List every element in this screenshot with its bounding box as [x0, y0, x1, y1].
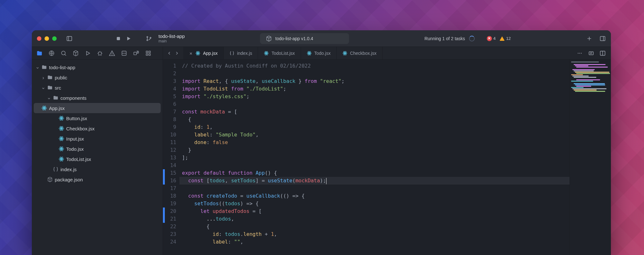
folder-icon [47, 85, 53, 91]
code-line[interactable] [179, 162, 570, 169]
tab-todo-jsx[interactable]: Todo.jsx [301, 47, 337, 59]
nav-forward-icon[interactable] [174, 51, 179, 56]
code-line[interactable]: setTodos((todos) => { [179, 200, 570, 208]
code-line[interactable]: label: "Sample Todo", [179, 131, 570, 139]
globe-icon[interactable] [48, 50, 55, 56]
warning-count: 12 [506, 36, 511, 41]
tree-item-checkbox-jsx[interactable]: Checkbox.jsx [32, 123, 163, 134]
warnings-badge[interactable]: 12 [500, 36, 511, 41]
code-line[interactable]: import React, { useState, useCallback } … [179, 77, 570, 85]
chevron-down-icon [47, 96, 51, 100]
close-icon[interactable] [189, 51, 193, 55]
tree-item-src[interactable]: src [32, 83, 163, 93]
tree-item-index-js[interactable]: index.js [32, 164, 163, 174]
code-line[interactable]: ...todos, [179, 215, 570, 223]
close-window-button[interactable] [37, 36, 41, 41]
code-line[interactable] [179, 100, 570, 108]
svg-point-6 [150, 37, 151, 38]
zoom-window-button[interactable] [52, 36, 57, 41]
tree-label: App.jsx [49, 106, 65, 111]
build-target-pill[interactable]: todo-list-app v1.0.4 [260, 33, 349, 44]
more-icon[interactable] [577, 50, 583, 56]
warnings-tab-icon[interactable] [109, 50, 115, 56]
code-line[interactable]: done: false [179, 139, 570, 146]
minimap[interactable] [570, 60, 611, 255]
code-line[interactable]: label: "", [179, 238, 570, 246]
code-editor[interactable]: 123456789101112131415161718192021222324 … [163, 60, 570, 255]
code-line[interactable] [179, 70, 570, 77]
tree-item-input-jsx[interactable]: Input.jsx [32, 134, 163, 144]
files-tab-icon[interactable] [36, 50, 43, 56]
tree-root[interactable]: todo-list-app [32, 62, 163, 72]
code-line[interactable]: id: 1, [179, 123, 570, 131]
code-line[interactable]: let updatedTodos = [ [179, 208, 570, 215]
svg-point-59 [309, 53, 310, 54]
split-editor-icon[interactable] [599, 50, 606, 56]
svg-point-51 [198, 53, 199, 54]
project-title[interactable]: todo-list-app main [158, 33, 185, 43]
error-icon: ✕ [487, 36, 492, 41]
code-line[interactable] [179, 185, 570, 192]
search-icon[interactable] [60, 50, 67, 56]
play-button-icon[interactable] [125, 35, 132, 42]
tab-label: Checkbox.jsx [350, 51, 376, 56]
chevron-right-icon [41, 76, 45, 79]
tree-item-todolist-jsx[interactable]: TodoList.jsx [32, 154, 163, 164]
branch-icon[interactable] [146, 35, 152, 42]
extensions-icon[interactable] [133, 50, 139, 56]
layout-icon[interactable] [121, 50, 127, 56]
code-line[interactable]: import TodoList from "./TodoList"; [179, 85, 570, 93]
nav-back-icon[interactable] [167, 51, 172, 56]
ide-window: todo-list-app main todo-list-app v1.0.4 … [32, 30, 611, 255]
react-icon [59, 126, 64, 131]
tab-label: App.jsx [203, 51, 218, 56]
toggle-sidebar-icon[interactable] [66, 35, 73, 42]
minimize-window-button[interactable] [45, 36, 49, 41]
tree-item-button-jsx[interactable]: Button.jsx [32, 113, 163, 123]
svg-rect-2 [117, 37, 120, 40]
chevron-down-icon [41, 86, 45, 90]
tab-label: TodoList.jsx [271, 51, 295, 56]
debug-icon[interactable] [97, 50, 103, 56]
react-icon [59, 136, 64, 142]
code-line[interactable]: id: todos.length + 1, [179, 230, 570, 238]
stop-button-icon[interactable] [115, 35, 122, 42]
svg-point-67 [578, 53, 579, 54]
add-icon[interactable] [586, 35, 592, 42]
code-line[interactable]: } [179, 146, 570, 154]
run-icon[interactable] [85, 50, 91, 56]
tree-item-public[interactable]: public [32, 72, 163, 83]
svg-point-37 [61, 138, 62, 139]
code-line[interactable]: { [179, 116, 570, 123]
tab-checkbox-jsx[interactable]: Checkbox.jsx [337, 47, 382, 59]
tree-item-todo-jsx[interactable]: Todo.jsx [32, 144, 163, 154]
code-line[interactable]: // Created by Austin Condiff on 02/16/20… [179, 62, 570, 70]
code-line[interactable]: const [todos, setTodos] = useState(mockD… [179, 177, 570, 185]
svg-rect-21 [146, 51, 148, 53]
code-line[interactable]: import "./styles.css"; [179, 93, 570, 100]
code-content[interactable]: // Created by Austin Condiff on 02/16/20… [179, 60, 570, 255]
tab-label: Todo.jsx [314, 51, 331, 56]
cube-icon[interactable] [73, 50, 79, 56]
tree-item-package-json[interactable]: package.json [32, 174, 163, 185]
svg-point-12 [61, 51, 65, 55]
react-icon [59, 146, 64, 152]
tree-item-components[interactable]: components [32, 93, 163, 103]
svg-rect-24 [149, 54, 150, 55]
svg-rect-20 [134, 52, 136, 55]
code-line[interactable]: { [179, 223, 570, 230]
code-line[interactable]: const mockData = [ [179, 108, 570, 116]
code-line[interactable]: ]; [179, 154, 570, 162]
tree-label: todo-list-app [49, 65, 75, 70]
tree-item-app-jsx[interactable]: App.jsx [34, 103, 161, 113]
code-line[interactable]: const createTodo = useCallback(() => { [179, 192, 570, 200]
tab-index-js[interactable]: index.js [224, 47, 258, 59]
code-line[interactable]: export default function App() { [179, 169, 570, 177]
svg-rect-0 [67, 36, 72, 40]
grid-icon[interactable] [145, 50, 151, 56]
errors-badge[interactable]: ✕ 4 [487, 36, 496, 41]
related-items-icon[interactable] [588, 50, 594, 56]
tab-todolist-jsx[interactable]: TodoList.jsx [258, 47, 301, 59]
tab-app-jsx[interactable]: App.jsx [183, 47, 224, 59]
toggle-right-panel-icon[interactable] [599, 35, 606, 42]
